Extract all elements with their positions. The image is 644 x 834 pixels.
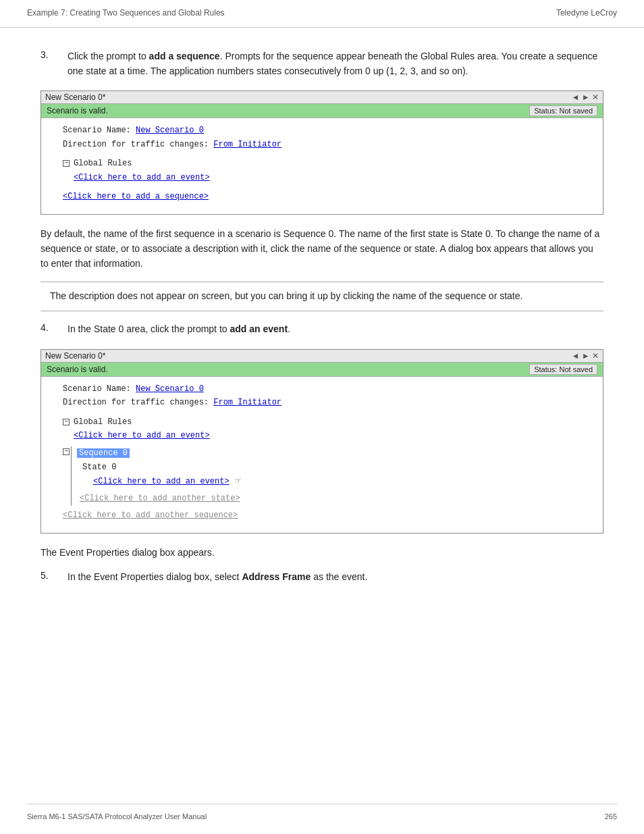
footer-divider: [27, 804, 617, 804]
scenario-controls-2[interactable]: ◄ ► ✕: [572, 351, 599, 361]
header-left: Example 7: Creating Two Sequences and Gl…: [27, 8, 225, 18]
step-3-text: Click the prompt to add a sequence. Prom…: [68, 49, 603, 78]
event-props-text: The Event Properties dialog box appears.: [41, 546, 603, 561]
sequence-section: − Sequence 0 State 0 <Click here to add …: [52, 446, 592, 505]
sequence-label-line: Sequence 0: [77, 446, 592, 460]
step-5: 5. In the Event Properties dialog box, s…: [41, 570, 603, 585]
add-event-line-1[interactable]: <Click here to add an event>: [52, 171, 592, 184]
step-4: 4. In the State 0 area, click the prompt…: [41, 322, 603, 337]
state-label-line: State 0: [77, 461, 592, 474]
direction-label-2: Direction for traffic changes:: [63, 398, 213, 407]
global-rules-label-1: Global Rules: [74, 157, 132, 170]
scenario-body-1: Scenario Name: New Scenario 0 Direction …: [41, 118, 603, 214]
add-sequence-link-1[interactable]: <Click here to add a sequence>: [63, 192, 209, 201]
scenario-name-link-1[interactable]: New Scenario 0: [136, 126, 204, 135]
step-4-number: 4.: [41, 322, 68, 337]
direction-line-2: Direction for traffic changes: From Init…: [52, 396, 592, 409]
spacer-2a: [52, 410, 592, 415]
step-4-text1: In the State 0 area, click the prompt to: [68, 323, 230, 334]
note-box: The description does not appear on scree…: [41, 282, 603, 311]
add-event-state-link[interactable]: <Click here to add an event>: [93, 477, 230, 486]
scenario-controls-1[interactable]: ◄ ► ✕: [572, 93, 599, 102]
step-3: 3. Click the prompt to add a sequence. P…: [41, 49, 603, 78]
global-rules-section-2: − Global Rules: [52, 415, 592, 429]
scenario-name-line-1: Scenario Name: New Scenario 0: [52, 124, 592, 137]
step-3-number: 3.: [41, 49, 68, 78]
sequence-label[interactable]: Sequence 0: [77, 448, 130, 458]
add-event-global-link-2[interactable]: <Click here to add an event>: [74, 431, 210, 440]
cursor-icon: ☞: [236, 476, 241, 486]
direction-link-2[interactable]: From Initiator: [213, 398, 281, 407]
scenario-valid-1: Scenario is valid.: [47, 106, 108, 115]
global-rules-section-1: − Global Rules: [52, 157, 592, 170]
footer-left: Sierra M6-1 SAS/SATA Protocol Analyzer U…: [27, 812, 207, 820]
add-event-link-1[interactable]: <Click here to add an event>: [74, 173, 210, 182]
direction-line-1: Direction for traffic changes: From Init…: [52, 138, 592, 151]
direction-link-1[interactable]: From Initiator: [213, 140, 281, 149]
global-rules-label-2: Global Rules: [74, 415, 132, 429]
step-5-number: 5.: [41, 570, 68, 585]
state-label: State 0: [82, 463, 116, 472]
spacer-1a: [52, 151, 592, 157]
page-footer: Sierra M6-1 SAS/SATA Protocol Analyzer U…: [0, 806, 644, 827]
step-3-text1: Click the prompt to: [68, 51, 149, 61]
spacer-1b: [52, 184, 592, 190]
scenario-title-2: New Scenario 0*: [45, 351, 105, 361]
add-another-seq-link[interactable]: <Click here to add another sequence>: [63, 511, 238, 520]
scenario-valid-2: Scenario is valid.: [47, 365, 108, 374]
scenario-name-link-2[interactable]: New Scenario 0: [136, 384, 204, 394]
scenario-titlebar-1: New Scenario 0* ◄ ► ✕: [41, 91, 603, 104]
scenario-statusbar-1: Scenario is valid. Status: Not saved: [41, 104, 603, 118]
scenario-titlebar-2: New Scenario 0* ◄ ► ✕: [41, 350, 603, 363]
scenario-name-label-1: Scenario Name:: [63, 126, 136, 135]
step-3-bold: add a sequence: [149, 51, 220, 61]
step-4-text: In the State 0 area, click the prompt to…: [68, 322, 290, 337]
footer-right: 265: [605, 812, 617, 820]
minus-icon-seq: −: [63, 448, 70, 455]
step-5-text2: as the event.: [311, 571, 367, 582]
add-event-global-line-2[interactable]: <Click here to add an event>: [52, 429, 592, 442]
step-4-text2: .: [288, 323, 290, 334]
step-4-bold: add an event: [230, 323, 288, 334]
scenario-name-label-2: Scenario Name:: [63, 384, 136, 394]
body-para: By default, the name of the first sequen…: [41, 227, 603, 271]
step-5-bold: Address Frame: [242, 571, 311, 582]
add-another-state-link[interactable]: <Click here to add another state>: [80, 494, 240, 503]
add-event-state-line[interactable]: <Click here to add an event> ☞: [77, 474, 592, 489]
scenario-saved-2: Status: Not saved: [529, 364, 597, 375]
minus-icon-1: −: [63, 160, 70, 167]
add-sequence-line-1[interactable]: <Click here to add a sequence>: [52, 190, 592, 203]
sequence-tree: Sequence 0 State 0 <Click here to add an…: [71, 446, 592, 505]
add-another-state-line[interactable]: <Click here to add another state>: [77, 492, 592, 505]
direction-label-1: Direction for traffic changes:: [63, 140, 213, 149]
step-5-text: In the Event Properties dialog box, sele…: [68, 570, 367, 585]
header-right: Teledyne LeCroy: [556, 8, 617, 18]
scenario-window-2: New Scenario 0* ◄ ► ✕ Scenario is valid.…: [41, 349, 603, 533]
scenario-body-2: Scenario Name: New Scenario 0 Direction …: [41, 377, 603, 533]
scenario-title-1: New Scenario 0*: [45, 93, 105, 102]
scenario-statusbar-2: Scenario is valid. Status: Not saved: [41, 363, 603, 377]
step-5-text1: In the Event Properties dialog box, sele…: [68, 571, 242, 582]
add-another-seq-line[interactable]: <Click here to add another sequence>: [52, 509, 592, 522]
minus-icon-2: −: [63, 419, 70, 425]
page-content: 3. Click the prompt to add a sequence. P…: [0, 33, 644, 610]
header-divider: [0, 27, 644, 28]
page-header: Example 7: Creating Two Sequences and Gl…: [0, 0, 644, 22]
scenario-saved-1: Status: Not saved: [529, 105, 597, 116]
scenario-name-line-2: Scenario Name: New Scenario 0: [52, 382, 592, 396]
scenario-window-1: New Scenario 0* ◄ ► ✕ Scenario is valid.…: [41, 90, 603, 215]
